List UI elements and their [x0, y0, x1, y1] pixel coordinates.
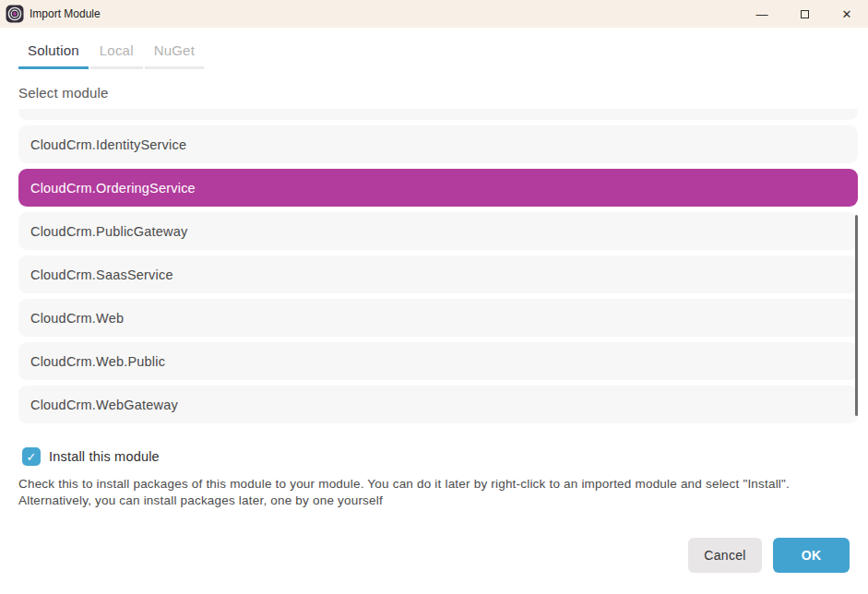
- install-checkbox[interactable]: ✓: [22, 447, 41, 466]
- app-icon: [6, 5, 24, 23]
- window-controls: — ✕: [741, 0, 868, 28]
- minimize-button[interactable]: —: [741, 0, 783, 28]
- footer-actions: Cancel OK: [688, 538, 850, 573]
- tab-nuget[interactable]: NuGet: [145, 42, 204, 69]
- close-button[interactable]: ✕: [826, 0, 868, 28]
- ok-button[interactable]: OK: [773, 538, 850, 573]
- module-row[interactable]: CloudCrm.WebGateway: [18, 386, 858, 423]
- title-bar: Import Module — ✕: [0, 0, 868, 28]
- close-icon: ✕: [842, 7, 852, 21]
- maximize-icon: [801, 10, 809, 18]
- minimize-icon: —: [756, 7, 768, 21]
- module-row-selected[interactable]: CloudCrm.OrderingService: [18, 169, 858, 207]
- module-list: CloudCrm.IdentityService CloudCrm.Orderi…: [18, 109, 858, 423]
- select-module-label: Select module: [18, 85, 868, 101]
- list-scrollbar[interactable]: [855, 215, 858, 416]
- install-label: Install this module: [49, 449, 160, 464]
- module-row[interactable]: CloudCrm.IdentityService: [18, 125, 858, 163]
- maximize-button[interactable]: [783, 0, 826, 28]
- module-row[interactable]: CloudCrm.Web.Public: [18, 342, 858, 380]
- cancel-button[interactable]: Cancel: [688, 538, 762, 573]
- module-row[interactable]: CloudCrm.SaasService: [18, 255, 858, 293]
- install-description: Check this to install packages of this m…: [18, 476, 849, 509]
- tab-solution[interactable]: Solution: [18, 42, 89, 69]
- tab-bar: Solution Local NuGet: [18, 42, 868, 69]
- module-row[interactable]: CloudCrm.PublicGateway: [18, 212, 858, 250]
- window-title: Import Module: [30, 7, 741, 20]
- module-row[interactable]: CloudCrm.Web: [18, 299, 858, 337]
- checkmark-icon: ✓: [27, 450, 37, 464]
- install-option: ✓ Install this module: [22, 447, 868, 466]
- module-row-partial[interactable]: [18, 109, 858, 120]
- tab-local[interactable]: Local: [90, 42, 143, 69]
